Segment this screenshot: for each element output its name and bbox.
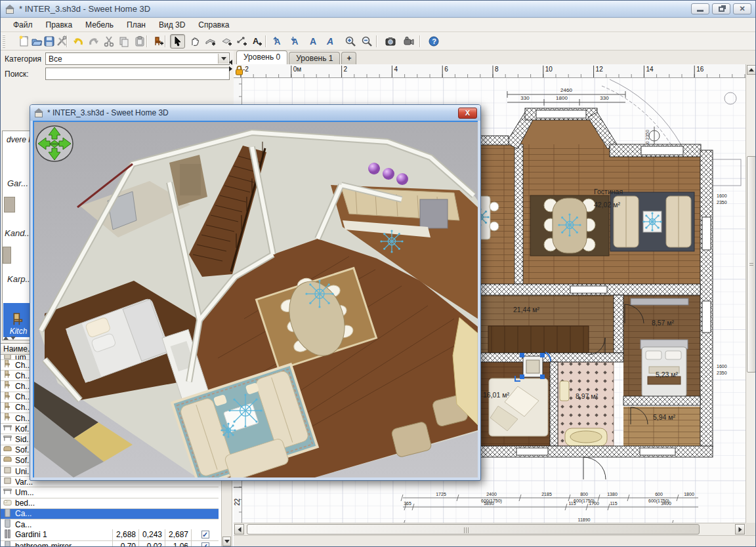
preferences-icon — [56, 35, 68, 47]
chandelier-symbol[interactable] — [380, 230, 403, 253]
chandelier-symbol[interactable] — [228, 394, 262, 427]
toolbar-separator — [165, 35, 166, 47]
add-furniture-button[interactable] — [150, 34, 165, 49]
undo-icon — [72, 35, 84, 47]
menu-item-0[interactable]: Файл — [7, 19, 39, 31]
restore-button[interactable] — [712, 3, 730, 14]
photo-button[interactable] — [383, 34, 398, 49]
copy-button[interactable] — [116, 34, 131, 49]
bold-button[interactable]: A — [305, 34, 320, 49]
ruler-lock-icon[interactable] — [235, 66, 243, 75]
furniture-row[interactable]: Ca... — [1, 509, 219, 519]
viewer-title: * INTER_3.sh3d - Sweet Home 3D — [47, 108, 458, 117]
furniture-type-icon — [3, 487, 12, 496]
furniture-row[interactable]: bathroom-mirror0,700,021,06✓ — [1, 541, 219, 547]
catalog-group-label[interactable]: Kand... — [5, 228, 32, 238]
svg-text:22: 22 — [234, 498, 241, 506]
furniture-thumb-icon — [10, 311, 27, 327]
category-combobox[interactable]: Все — [45, 52, 230, 65]
viewer-3d-canvas[interactable] — [33, 121, 478, 477]
room-857[interactable] — [623, 295, 700, 333]
redo-icon — [88, 35, 100, 47]
create-dimensions-icon — [236, 35, 248, 47]
viewer-titlebar[interactable]: * INTER_3.sh3d - Sweet Home 3D X — [30, 105, 480, 121]
bed-plan[interactable] — [640, 340, 688, 397]
level-tab-1[interactable]: Уровень 1 — [289, 52, 340, 64]
level-tab-0[interactable]: Уровень 0 — [236, 51, 287, 64]
italic-button[interactable]: A — [323, 34, 338, 49]
navigation-compass-icon[interactable] — [36, 126, 73, 161]
dimension-label: 115 — [610, 501, 617, 506]
open-icon — [31, 35, 43, 47]
catalog-item-thumbnail[interactable] — [3, 247, 11, 264]
chandelier-symbol[interactable] — [220, 422, 236, 437]
viewer-window[interactable]: * INTER_3.sh3d - Sweet Home 3D X — [30, 104, 481, 481]
zoom-out-button[interactable] — [359, 34, 374, 49]
catalog-item-thumbnail[interactable] — [4, 197, 15, 213]
pan-button[interactable] — [186, 34, 201, 49]
menu-item-3[interactable]: План — [121, 19, 152, 31]
paste-button[interactable] — [132, 34, 147, 49]
cut-button[interactable] — [101, 34, 116, 49]
svg-text:6: 6 — [444, 66, 448, 73]
plan-scroll-up-icon[interactable] — [747, 65, 756, 75]
furniture-type-icon — [3, 445, 12, 454]
menu-item-1[interactable]: Правка — [40, 19, 79, 31]
catalog-group-label[interactable]: Gar... — [7, 178, 28, 188]
menu-item-5[interactable]: Справка — [192, 19, 235, 31]
category-label: Категория — [5, 54, 45, 64]
wall-kitchen[interactable] — [514, 144, 523, 284]
create-walls-button[interactable] — [203, 34, 218, 49]
dimension-label: 330 — [520, 95, 530, 101]
add-text-button[interactable]: A — [249, 34, 264, 49]
chandelier-symbol[interactable] — [642, 212, 662, 231]
select-button[interactable] — [170, 34, 185, 49]
bed-plan-2[interactable] — [489, 378, 548, 436]
list-scroll-down-icon[interactable] — [222, 537, 231, 546]
room-523[interactable] — [623, 333, 700, 399]
video-button[interactable] — [401, 34, 416, 49]
divider-collapse-right-icon[interactable] — [229, 62, 232, 74]
svg-text:-2: -2 — [243, 66, 249, 73]
chandelier-symbol[interactable] — [305, 279, 333, 308]
plan-vertical-scrollbar[interactable] — [746, 64, 756, 535]
menu-item-2[interactable]: Мебель — [79, 19, 119, 31]
chandelier-symbol[interactable] — [558, 213, 581, 236]
dimension-label: 1700 — [589, 501, 599, 506]
plan-horizontal-scrollbar[interactable] — [234, 523, 746, 535]
toolbar-grip[interactable] — [3, 35, 5, 48]
select-icon — [172, 35, 184, 47]
increase-text-size-button[interactable]: A — [270, 34, 285, 49]
plan-scroll-right-icon[interactable] — [735, 524, 745, 535]
furniture-type-icon — [3, 477, 12, 485]
furniture-row[interactable]: bed... — [1, 498, 219, 509]
menu-item-4[interactable]: Вид 3D — [153, 19, 191, 31]
catalog-group-label[interactable]: Karp... — [7, 274, 32, 284]
search-input[interactable] — [45, 68, 230, 80]
room-bathroom[interactable] — [558, 362, 614, 446]
decrease-text-size-button[interactable]: A — [287, 34, 303, 49]
create-dimensions-button[interactable] — [234, 34, 249, 49]
room-2144[interactable] — [480, 295, 614, 354]
bathtub[interactable] — [565, 428, 607, 446]
furniture-type-icon — [3, 424, 12, 432]
furniture-row[interactable]: Gardini 12,6880,2432,687✓ — [1, 529, 219, 541]
furniture-row[interactable]: Um... — [1, 487, 219, 498]
viewer-close-button[interactable]: X — [458, 108, 477, 119]
furniture-row[interactable]: Ca... — [1, 519, 219, 530]
visible-checkbox[interactable]: ✓ — [201, 531, 209, 538]
redo-button[interactable] — [86, 34, 101, 49]
level-tab-2[interactable]: + — [341, 52, 356, 64]
svg-text:A: A — [326, 36, 333, 47]
minimize-button[interactable] — [691, 3, 709, 14]
help-button[interactable]: ? — [426, 34, 441, 49]
visible-checkbox[interactable]: ✓ — [201, 542, 209, 547]
combobox-arrow-icon[interactable] — [218, 54, 228, 64]
room-594[interactable] — [623, 407, 700, 446]
create-rooms-button[interactable] — [219, 34, 234, 49]
panel-splitter[interactable] — [3, 336, 16, 340]
undo-button[interactable] — [70, 34, 85, 49]
zoom-in-button[interactable] — [343, 34, 358, 49]
close-button[interactable]: ✕ — [733, 3, 751, 14]
plan-scroll-left-icon[interactable] — [234, 524, 244, 535]
